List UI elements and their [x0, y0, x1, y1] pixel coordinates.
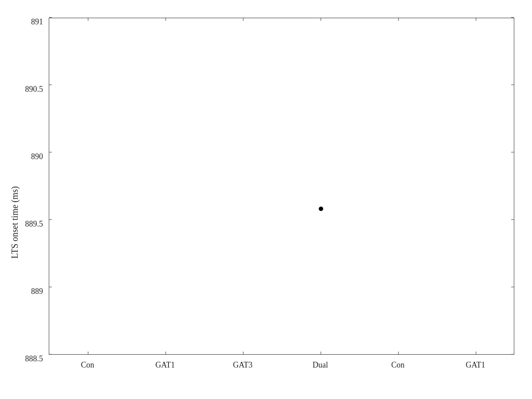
y-tick-8885: 888.5: [25, 354, 43, 364]
y-tick-890: 890: [31, 152, 43, 161]
tick-x-dual: [321, 352, 321, 354]
y-tick-8895: 889.5: [25, 219, 43, 229]
tick-y-8885: [511, 354, 514, 355]
x-label-gat1-2: GAT1: [466, 360, 485, 370]
tick-y-left-8885: [49, 354, 52, 355]
tick-y-889: [511, 286, 514, 287]
tick-y-left-890: [49, 152, 52, 153]
tick-y-891: [511, 17, 514, 18]
x-label-con2: Con: [391, 360, 404, 370]
tick-x-top-gat3: [243, 18, 244, 21]
tick-y-left-8895: [49, 219, 52, 220]
x-label-dual: Dual: [313, 360, 328, 370]
chart-container: LTS onset time (ms) 891 890.5 890 889.5 …: [0, 0, 532, 399]
tick-x-gat1-1: [165, 352, 166, 354]
tick-y-left-889: [49, 286, 52, 287]
tick-y-left-8905: [49, 84, 52, 85]
y-tick-891: 891: [31, 17, 43, 27]
tick-x-top-con2: [398, 18, 399, 21]
y-tick-8905: 890.5: [25, 85, 43, 94]
tick-y-890: [511, 152, 514, 153]
x-label-con1: Con: [81, 360, 94, 370]
x-label-gat1-1: GAT1: [156, 360, 175, 370]
y-axis-labels: 891 890.5 890 889.5 889 888.5: [0, 18, 47, 355]
y-tick-889: 889: [31, 287, 43, 296]
tick-x-gat1-2: [476, 352, 477, 354]
tick-y-8895: [511, 219, 514, 220]
tick-x-gat3: [243, 352, 244, 354]
tick-x-top-gat1-1: [165, 18, 166, 21]
chart-plot-area: [49, 18, 514, 355]
x-axis-labels: Con GAT1 GAT3 Dual Con GAT1: [49, 357, 514, 383]
tick-x-top-con1: [88, 18, 89, 21]
tick-x-top-gat1-2: [476, 18, 477, 21]
x-label-gat3: GAT3: [233, 360, 253, 370]
tick-y-left-891: [49, 17, 52, 18]
tick-x-top-dual: [321, 18, 321, 21]
data-point-dual: [319, 207, 323, 211]
tick-x-con1: [88, 352, 89, 354]
tick-y-8905: [511, 84, 514, 85]
tick-x-con2: [398, 352, 399, 354]
